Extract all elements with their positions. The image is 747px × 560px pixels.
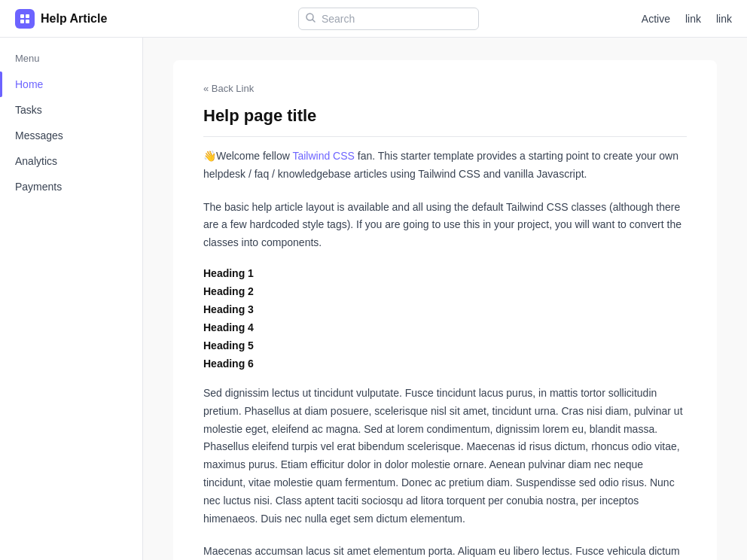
sidebar-item-messages[interactable]: Messages <box>0 123 142 148</box>
intro-text-1: Welcome fellow <box>216 150 292 162</box>
sidebar-item-payments[interactable]: Payments <box>0 174 142 199</box>
sidebar-item-home[interactable]: Home <box>0 72 142 97</box>
sidebar-item-label: Home <box>15 78 43 90</box>
search-wrapper <box>298 8 479 30</box>
heading-2: Heading 2 <box>203 285 687 297</box>
heading-5: Heading 5 <box>203 339 687 352</box>
sidebar-item-label: Analytics <box>15 155 57 167</box>
sidebar-item-tasks[interactable]: Tasks <box>0 97 142 123</box>
body-text-intro: The basic help article layout is availab… <box>203 199 687 252</box>
header: Help Article Active link link <box>0 0 747 38</box>
search-input[interactable] <box>298 8 479 30</box>
sidebar-item-label: Payments <box>15 181 62 193</box>
logo-icon <box>15 9 35 29</box>
sidebar-item-analytics[interactable]: Analytics <box>0 148 142 174</box>
app-title: Help Article <box>41 12 107 26</box>
sidebar-item-label: Messages <box>15 129 63 142</box>
tailwind-link[interactable]: Tailwind CSS <box>292 150 354 162</box>
layout: Menu Home Tasks Messages Analytics Payme… <box>0 38 747 560</box>
svg-rect-1 <box>26 14 29 18</box>
sidebar-menu-label: Menu <box>0 53 142 72</box>
heading-3: Heading 3 <box>203 303 687 315</box>
main-content: « Back Link Help page title 👋Welcome fel… <box>143 38 747 560</box>
heading-4: Heading 4 <box>203 321 687 333</box>
sidebar-item-label: Tasks <box>15 104 42 116</box>
logo: Help Article <box>15 9 136 29</box>
heading-1: Heading 1 <box>203 267 687 279</box>
svg-rect-0 <box>20 14 24 18</box>
nav-active: Active <box>642 13 670 25</box>
content-card: « Back Link Help page title 👋Welcome fel… <box>173 60 717 560</box>
paragraph-2: Maecenas accumsan lacus sit amet element… <box>203 543 687 560</box>
intro-paragraph: 👋Welcome fellow Tailwind CSS fan. This s… <box>203 148 687 184</box>
sidebar: Menu Home Tasks Messages Analytics Payme… <box>0 38 143 560</box>
search-area <box>136 8 642 30</box>
page-title: Help page title <box>203 106 687 137</box>
back-link[interactable]: « Back Link <box>203 83 687 94</box>
nav-link-1[interactable]: link <box>685 13 701 25</box>
svg-line-5 <box>313 20 315 22</box>
heading-6: Heading 6 <box>203 358 687 370</box>
svg-rect-3 <box>26 20 29 23</box>
header-nav: Active link link <box>642 13 732 25</box>
search-icon <box>306 13 316 25</box>
svg-rect-2 <box>20 20 24 23</box>
headings-list: Heading 1 Heading 2 Heading 3 Heading 4 … <box>203 267 687 370</box>
nav-link-2[interactable]: link <box>716 13 732 25</box>
paragraph-1: Sed dignissim lectus ut tincidunt vulput… <box>203 385 687 528</box>
intro-emoji: 👋 <box>203 150 216 162</box>
